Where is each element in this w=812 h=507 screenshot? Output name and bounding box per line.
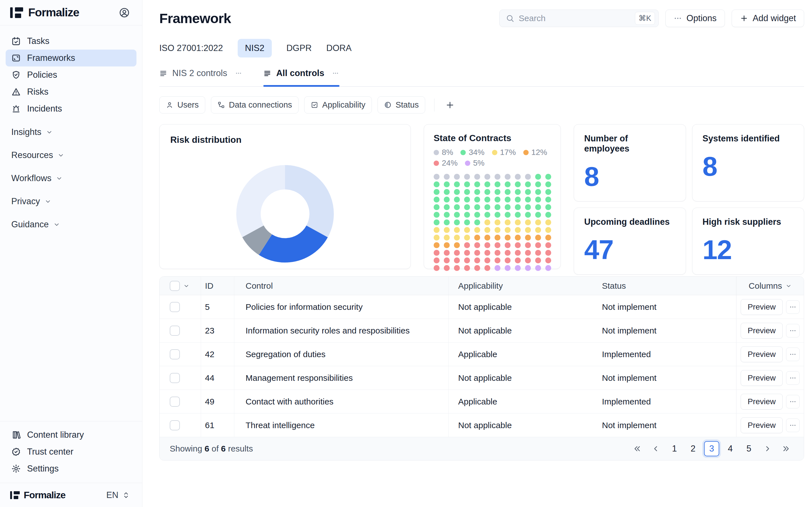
matrix-dot [485, 204, 490, 210]
row-menu-button[interactable] [786, 300, 800, 314]
matrix-dot [485, 227, 490, 233]
filter-chip-applicability[interactable]: Applicability [304, 96, 372, 114]
framework-tab-dgpr[interactable]: DGPR [287, 39, 312, 57]
matrix-dot [464, 250, 470, 256]
preview-button[interactable]: Preview [741, 370, 783, 386]
select-all-checkbox[interactable] [170, 281, 180, 291]
sidebar-item-content-library[interactable]: Content library [6, 427, 137, 443]
add-widget-button[interactable]: Add widget [732, 10, 804, 27]
matrix-dot [454, 181, 460, 187]
matrix-dot [535, 250, 541, 256]
matrix-dot [434, 235, 440, 240]
row-menu-button[interactable] [786, 348, 800, 361]
matrix-dot [444, 196, 450, 203]
columns-menu-button[interactable]: Columns [736, 277, 804, 295]
row-menu-button[interactable] [786, 371, 800, 385]
matrix-dot [525, 189, 531, 195]
matrix-dot [535, 258, 541, 263]
row-menu-button[interactable] [786, 324, 800, 337]
matrix-dot [464, 189, 470, 195]
framework-tab-nis2[interactable]: NIS2 [238, 39, 272, 57]
column-header-id[interactable]: ID [201, 277, 234, 295]
pagination-page-2[interactable]: 2 [686, 441, 701, 456]
matrix-dot [444, 242, 450, 248]
row-menu-button[interactable] [786, 395, 800, 408]
matrix-dot [474, 204, 480, 210]
matrix-dot [464, 196, 470, 203]
tab-menu-icon[interactable] [235, 69, 243, 77]
table-row: 23 Information security roles and respos… [160, 319, 804, 342]
sidebar-group-resources[interactable]: Resources [6, 147, 137, 163]
pagination-next-button[interactable] [760, 441, 775, 456]
pagination-page-3[interactable]: 3 [704, 441, 719, 456]
row-checkbox[interactable] [170, 349, 180, 359]
preview-button[interactable]: Preview [741, 417, 783, 433]
sidebar-group-guidance[interactable]: Guidance [6, 216, 137, 233]
pagination-page-4[interactable]: 4 [723, 441, 738, 456]
sidebar-group-privacy[interactable]: Privacy [6, 193, 137, 210]
pagination-last-button[interactable] [778, 441, 794, 456]
sidebar-group-insights[interactable]: Insights [6, 124, 137, 140]
row-checkbox[interactable] [170, 397, 180, 407]
filter-divider [434, 99, 435, 112]
row-checkbox[interactable] [170, 420, 180, 431]
matrix-dot [515, 196, 521, 203]
sidebar-item-settings[interactable]: Settings [6, 460, 137, 477]
framework-tab-iso-27001-2022[interactable]: ISO 27001:2022 [159, 39, 223, 57]
filter-chip-data-connections[interactable]: Data connections [211, 96, 299, 114]
row-menu-button[interactable] [786, 418, 800, 432]
matrix-dot [505, 258, 511, 263]
matrix-dot [454, 227, 460, 233]
matrix-dot [515, 250, 521, 256]
column-header-control[interactable]: Control [234, 277, 448, 295]
search-field[interactable] [519, 13, 630, 23]
sidebar-item-trust-center[interactable]: Trust center [6, 443, 137, 460]
search-input[interactable]: ⌘K [499, 10, 659, 27]
stat-label: Systems identified [703, 133, 794, 144]
pagination-page-1[interactable]: 1 [667, 441, 682, 456]
matrix-dot [485, 174, 490, 180]
preview-button[interactable]: Preview [741, 346, 783, 362]
matrix-dot [434, 181, 440, 187]
view-tab-nis-2-controls[interactable]: NIS 2 controls [159, 68, 243, 86]
framework-tab-dora[interactable]: DORA [326, 39, 352, 57]
sidebar-item-tasks[interactable]: Tasks [6, 33, 137, 50]
sidebar-item-frameworks[interactable]: Frameworks [6, 50, 137, 66]
preview-button[interactable]: Preview [741, 394, 783, 409]
cell-applicability: Not applicable [448, 366, 592, 390]
options-button[interactable]: Options [665, 10, 725, 27]
matrix-dot [485, 250, 490, 256]
sidebar-group-workflows[interactable]: Workflows [6, 170, 137, 186]
preview-button[interactable]: Preview [741, 299, 783, 315]
cell-status: Not implement [592, 366, 736, 390]
column-header-applicability[interactable]: Applicability [448, 277, 592, 295]
sidebar-item-policies[interactable]: Policies [6, 66, 137, 83]
language-selector[interactable]: EN [106, 490, 130, 500]
matrix-dot [535, 265, 541, 271]
matrix-dot [474, 250, 480, 256]
sidebar-item-risks[interactable]: Risks [6, 83, 137, 100]
app-name: Formalize [28, 6, 79, 19]
widget-title: Risk distribution [170, 135, 400, 145]
pagination-page-5[interactable]: 5 [741, 441, 756, 456]
filter-chip-users[interactable]: Users [159, 96, 205, 114]
preview-button[interactable]: Preview [741, 323, 783, 339]
chevron-down-icon[interactable] [183, 283, 190, 289]
add-filter-button[interactable] [444, 99, 456, 112]
pagination-first-button[interactable] [629, 441, 645, 456]
checkbox-icon [311, 101, 318, 109]
view-tab-all-controls[interactable]: All controls [263, 68, 340, 86]
tab-menu-icon[interactable] [332, 69, 340, 77]
chevron-down-icon [56, 175, 63, 182]
row-checkbox[interactable] [170, 373, 180, 383]
filter-chip-status[interactable]: Status [377, 96, 425, 114]
column-header-status[interactable]: Status [592, 277, 736, 295]
row-checkbox[interactable] [170, 326, 180, 336]
row-checkbox[interactable] [170, 302, 180, 312]
matrix-dot [454, 174, 460, 180]
user-account-icon[interactable] [119, 7, 130, 18]
matrix-dot [525, 219, 531, 225]
legend-item: 24% [434, 159, 458, 168]
pagination-previous-button[interactable] [648, 441, 663, 456]
sidebar-item-incidents[interactable]: Incidents [6, 100, 137, 117]
